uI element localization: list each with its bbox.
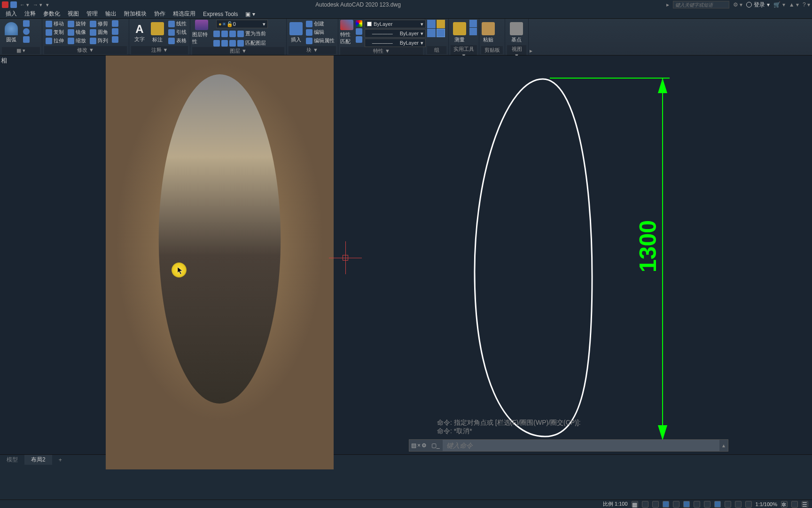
move-button[interactable]: 移动 — [44, 20, 65, 28]
status-osnap-icon[interactable] — [683, 501, 690, 508]
drawing-canvas[interactable]: 相 1300 命令: 指定对角点或 [栏选(F)/圈围(WP)/圈交(CP)]:… — [0, 56, 812, 454]
help-icon[interactable]: ? ▾ — [803, 1, 810, 8]
explode-button[interactable] — [110, 28, 120, 35]
login-button[interactable]: 登录 ▾ — [746, 1, 770, 9]
leader-button[interactable]: 引线 — [167, 28, 188, 36]
layer-match-button[interactable]: 匹配图层 — [212, 39, 268, 47]
lineweight-select[interactable]: ———— ByLayer▾ — [365, 29, 426, 38]
basepoint-button[interactable]: 基点 — [507, 20, 526, 45]
tab-model[interactable]: 模型 — [0, 455, 24, 465]
scale-button[interactable]: 缩放 — [66, 37, 87, 45]
undo-icon[interactable]: ← ▾ — [19, 2, 30, 8]
linear-button[interactable]: 线性 — [167, 20, 188, 28]
cmd-expand-icon[interactable]: ▴ — [719, 442, 728, 449]
panel-annot-title[interactable]: 注释 ▼ — [131, 46, 188, 54]
app-exchange-icon[interactable]: 🛒 ▾ — [773, 1, 785, 8]
menu-output[interactable]: 输出 — [102, 10, 120, 18]
cmd-customize-icon[interactable]: ⚙ — [422, 442, 427, 449]
menu-express[interactable]: Express Tools — [199, 11, 242, 17]
status-scale[interactable]: 比例 1:100 — [603, 500, 628, 508]
status-custom-icon[interactable]: ☰ — [802, 501, 808, 508]
status-snap-icon[interactable] — [642, 501, 648, 508]
status-iso-icon[interactable] — [673, 501, 679, 508]
tab-layout2[interactable]: 布局2 — [24, 455, 52, 465]
menu-more-icon[interactable]: ▣ ▾ — [242, 11, 258, 17]
color-select[interactable]: ByLayer▾ — [365, 20, 426, 28]
app-icon[interactable] — [2, 1, 8, 8]
menu-view[interactable]: 视图 — [64, 10, 83, 18]
status-trans-icon[interactable] — [735, 501, 742, 508]
panel-clip-title[interactable]: 剪贴板 — [481, 46, 503, 54]
lt-ic-button[interactable] — [354, 36, 364, 43]
save-icon[interactable] — [10, 1, 17, 8]
panel-props-title[interactable]: 特性 ▼ — [340, 47, 423, 55]
measure-button[interactable]: 测量 — [451, 20, 468, 45]
redo-icon[interactable]: → ▾ — [32, 2, 43, 8]
insert-button[interactable]: 插入 — [289, 20, 304, 45]
paste-button[interactable]: 粘贴 — [481, 20, 495, 45]
dim-button[interactable]: 标注 — [149, 20, 166, 45]
stretch-button[interactable]: 拉伸 — [44, 37, 65, 45]
ribbon-expand-icon[interactable]: ▸ — [529, 47, 533, 55]
block-create-button[interactable]: 创建 — [304, 20, 336, 28]
status-anno-icon[interactable] — [694, 501, 700, 508]
layer-combo[interactable]: ● ☀ 🔓 0 ▾ — [216, 20, 268, 28]
status-grid-icon[interactable]: ▦ — [632, 501, 638, 508]
menu-param[interactable]: 参数化 — [39, 10, 64, 18]
reference-image[interactable] — [106, 56, 334, 469]
search-input[interactable] — [673, 1, 729, 8]
panel-group-title[interactable]: 组 — [427, 46, 446, 54]
mirror-button[interactable]: 镜像 — [66, 28, 87, 36]
menu-addin[interactable]: 附加模块 — [120, 10, 150, 18]
menu-manage[interactable]: 管理 — [83, 10, 102, 18]
cmd-recent-icon[interactable]: ▤ — [411, 442, 416, 449]
status-gear-icon[interactable]: ✲ — [781, 501, 788, 508]
util1-icon[interactable] — [469, 20, 477, 27]
status-cycle-icon[interactable] — [745, 501, 752, 508]
status-lw-icon[interactable] — [725, 501, 731, 508]
menu-annot[interactable]: 注释 — [21, 10, 39, 18]
block-edit-button[interactable]: 编辑 — [304, 28, 336, 36]
status-zoom[interactable]: 1:1/100% — [756, 501, 777, 507]
arc-button[interactable]: 圆弧 — [2, 20, 21, 45]
status-lock-icon[interactable] — [704, 501, 710, 508]
menu-featured[interactable]: 精选应用 — [169, 10, 199, 18]
table-button[interactable]: 表格 — [167, 37, 188, 45]
menu-insert[interactable]: 插入 — [2, 10, 21, 18]
polyline-button[interactable] — [22, 20, 31, 27]
rotate-button[interactable]: 旋转 — [66, 20, 87, 28]
status-ortho-icon[interactable] — [652, 501, 659, 508]
xref-icon[interactable]: ▲ ▾ — [789, 1, 799, 8]
tab-add[interactable]: + — [52, 455, 69, 465]
cmd-close-icon[interactable]: × — [417, 442, 421, 449]
trim-button[interactable]: 修剪 — [88, 20, 109, 28]
layer-front-button[interactable]: 置为当前 — [212, 30, 268, 38]
rect-button[interactable] — [22, 36, 31, 43]
match-props-button[interactable]: 特性匹配 — [340, 20, 353, 45]
erase-button[interactable] — [110, 20, 120, 27]
panel-layer-title[interactable]: 图层 ▼ — [192, 47, 284, 55]
panel-modify-title[interactable]: 修改 ▼ — [44, 46, 127, 54]
status-clean-icon[interactable] — [791, 501, 798, 508]
panel-draw-title[interactable]: ▦ ▾ — [2, 47, 40, 54]
qat-dropdown[interactable]: ▾ — [45, 2, 50, 8]
dimension-value[interactable]: 1300 — [634, 220, 662, 272]
command-input[interactable] — [443, 440, 719, 451]
status-polar-icon[interactable] — [663, 501, 669, 508]
group-icon[interactable] — [427, 20, 436, 28]
group-edit-icon[interactable] — [427, 29, 436, 37]
group-sel-icon[interactable] — [437, 29, 445, 37]
menu-collab[interactable]: 协作 — [150, 10, 169, 18]
infocenter-arrow-icon[interactable]: ▸ — [666, 1, 669, 8]
offset-button[interactable] — [110, 36, 120, 43]
panel-block-title[interactable]: 块 ▼ — [289, 46, 336, 54]
cut-icon[interactable] — [496, 20, 503, 26]
layer-props-button[interactable]: 图层特性 — [192, 20, 211, 45]
circle-button[interactable] — [22, 28, 31, 35]
status-otrack-icon[interactable] — [714, 501, 721, 508]
copy-button[interactable]: 复制 — [44, 28, 65, 36]
search-dropdown-icon[interactable]: ⚙ ▾ — [733, 1, 742, 8]
ungroup-icon[interactable] — [437, 20, 445, 28]
linetype-select[interactable]: ———— ByLayer▾ — [365, 39, 426, 47]
text-button[interactable]: A文字 — [131, 20, 148, 45]
